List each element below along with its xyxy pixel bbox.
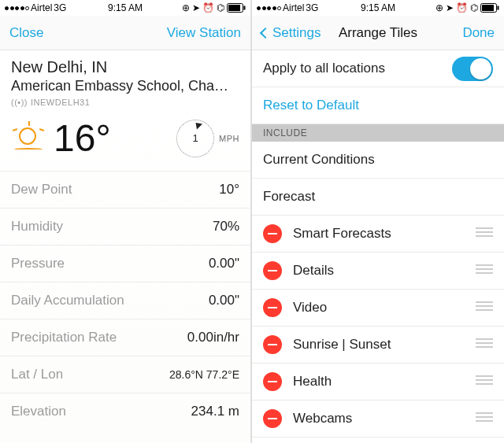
tile-label: Video bbox=[293, 300, 469, 316]
tile-row: Video bbox=[252, 290, 504, 327]
svg-rect-1 bbox=[244, 6, 246, 10]
metric-label: Precipitation Rate bbox=[11, 330, 117, 345]
carrier-label: Airtel bbox=[31, 2, 52, 13]
battery-icon bbox=[480, 3, 499, 13]
broadcast-icon: ((•)) bbox=[11, 98, 28, 107]
metric-label: Dew Point bbox=[11, 182, 72, 198]
nav-bar: Close View Station bbox=[0, 16, 250, 50]
bluetooth-icon: ⌬ bbox=[217, 2, 224, 13]
drag-handle-icon[interactable] bbox=[476, 375, 493, 388]
svg-rect-5 bbox=[482, 5, 494, 11]
location-header: New Delhi, IN American Embassy School, C… bbox=[0, 50, 250, 112]
tile-label: Forecast bbox=[263, 189, 315, 205]
tile-row: Forecast bbox=[252, 179, 504, 216]
location-icon: ➤ bbox=[446, 2, 454, 13]
remove-button[interactable] bbox=[263, 298, 282, 317]
view-station-button[interactable]: View Station bbox=[167, 25, 241, 40]
metric-label: Lat / Lon bbox=[11, 367, 63, 382]
metric-value: 0.00" bbox=[209, 293, 239, 308]
remove-button[interactable] bbox=[263, 335, 282, 354]
tile-row: Current Conditions bbox=[252, 142, 504, 179]
metrics-list: Dew Point10°Humidity70%Pressure0.00"Dail… bbox=[0, 171, 250, 430]
back-button[interactable]: Settings bbox=[261, 25, 321, 41]
tile-row: Sunrise | Sunset bbox=[252, 327, 504, 364]
alarm-icon: ⏰ bbox=[456, 2, 468, 13]
drag-handle-icon[interactable] bbox=[476, 338, 493, 351]
tile-row: Smart Forecasts bbox=[252, 216, 504, 253]
signal-strength-icon bbox=[5, 6, 29, 10]
svg-rect-4 bbox=[498, 6, 499, 10]
tile-label: Sunrise | Sunset bbox=[293, 337, 469, 353]
close-button[interactable]: Close bbox=[9, 25, 43, 41]
remove-button[interactable] bbox=[263, 261, 282, 280]
tile-row: Details bbox=[252, 253, 504, 290]
apply-all-label: Apply to all locations bbox=[263, 61, 452, 76]
tile-label: Webcams bbox=[293, 411, 469, 426]
metric-row: Precipitation Rate0.00in/hr bbox=[0, 319, 250, 356]
metric-label: Daily Accumulation bbox=[11, 293, 124, 308]
bluetooth-icon: ⌬ bbox=[470, 2, 478, 13]
metric-row: Elevation234.1 m bbox=[0, 393, 250, 430]
location-subtitle: American Embassy School, Cha… bbox=[11, 78, 239, 94]
metric-row: Pressure0.00" bbox=[0, 245, 250, 282]
reset-row[interactable]: Reset to Default bbox=[252, 87, 504, 124]
arrange-tiles-pane: Airtel 3G 9:15 AM ⊕ ➤ ⏰ ⌬ Settings Arran… bbox=[252, 0, 504, 443]
location-title: New Delhi, IN bbox=[11, 58, 239, 76]
metric-row: Lat / Lon28.6°N 77.2°E bbox=[0, 356, 250, 393]
signal-strength-icon bbox=[257, 6, 281, 10]
tile-label: Current Conditions bbox=[263, 152, 375, 168]
tile-row: Webcams bbox=[252, 401, 504, 437]
temperature-value: 16° bbox=[54, 116, 111, 160]
remove-button[interactable] bbox=[263, 409, 282, 428]
station-id: ((•)) INEWDELH31 bbox=[11, 98, 239, 107]
orientation-lock-icon: ⊕ bbox=[182, 2, 190, 13]
metric-value: 10° bbox=[219, 182, 239, 198]
tile-row: Health bbox=[252, 364, 504, 401]
location-icon: ➤ bbox=[192, 2, 200, 13]
wind-dial: 1 bbox=[176, 120, 214, 157]
current-conditions-row: 16° 1 MPH bbox=[0, 112, 250, 171]
metric-value: 70% bbox=[213, 219, 239, 234]
metric-value: 28.6°N 77.2°E bbox=[169, 368, 239, 381]
network-label: 3G bbox=[306, 2, 318, 13]
remove-button[interactable] bbox=[263, 372, 282, 391]
tile-label: Details bbox=[293, 263, 469, 279]
nav-title: Arrange Tiles bbox=[339, 25, 417, 41]
status-bar: Airtel 3G 9:15 AM ⊕ ➤ ⏰ ⌬ bbox=[0, 0, 250, 16]
metric-value: 0.00in/hr bbox=[187, 330, 239, 345]
metric-row: Daily Accumulation0.00" bbox=[0, 282, 250, 319]
battery-icon bbox=[227, 3, 246, 13]
metric-label: Pressure bbox=[11, 256, 65, 271]
status-bar: Airtel 3G 9:15 AM ⊕ ➤ ⏰ ⌬ bbox=[252, 0, 504, 16]
metric-label: Elevation bbox=[11, 404, 66, 419]
tile-label: Smart Forecasts bbox=[293, 226, 469, 242]
metric-row: Humidity70% bbox=[0, 208, 250, 245]
metric-row: Dew Point10° bbox=[0, 171, 250, 208]
metric-label: Humidity bbox=[11, 219, 63, 234]
metric-value: 234.1 m bbox=[191, 404, 239, 419]
drag-handle-icon[interactable] bbox=[476, 412, 493, 425]
fixed-tiles-list: Current ConditionsForecast bbox=[252, 142, 504, 216]
chevron-left-icon bbox=[260, 27, 271, 38]
apply-all-row: Apply to all locations bbox=[252, 50, 504, 87]
drag-handle-icon[interactable] bbox=[476, 227, 493, 240]
weather-station-pane: Airtel 3G 9:15 AM ⊕ ➤ ⏰ ⌬ Close View Sta… bbox=[0, 0, 252, 443]
done-button[interactable]: Done bbox=[462, 25, 495, 40]
nav-bar: Settings Arrange Tiles Done bbox=[252, 16, 504, 50]
reset-link[interactable]: Reset to Default bbox=[263, 98, 359, 113]
drag-handle-icon[interactable] bbox=[476, 301, 493, 314]
apply-all-toggle[interactable] bbox=[452, 57, 493, 81]
alarm-icon: ⏰ bbox=[202, 2, 214, 13]
partly-sunny-icon bbox=[11, 121, 46, 156]
editable-tiles-list: Smart ForecastsDetailsVideoSunrise | Sun… bbox=[252, 216, 504, 437]
include-section-header: INCLUDE bbox=[252, 124, 504, 142]
carrier-label: Airtel bbox=[283, 2, 304, 13]
status-time: 9:15 AM bbox=[361, 2, 395, 13]
svg-rect-2 bbox=[228, 5, 240, 11]
tile-label: Health bbox=[293, 374, 469, 389]
network-label: 3G bbox=[54, 2, 66, 13]
wind-unit: MPH bbox=[219, 134, 239, 143]
drag-handle-icon[interactable] bbox=[476, 264, 493, 277]
metric-value: 0.00" bbox=[209, 256, 239, 271]
remove-button[interactable] bbox=[263, 224, 282, 243]
